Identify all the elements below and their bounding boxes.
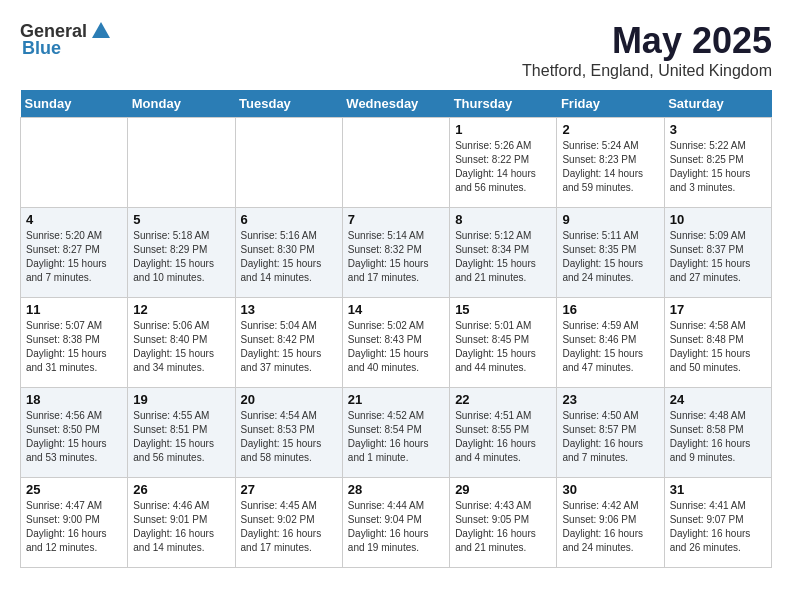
day-number: 28 xyxy=(348,482,444,497)
day-cell: 21Sunrise: 4:52 AM Sunset: 8:54 PM Dayli… xyxy=(342,388,449,478)
day-cell: 22Sunrise: 4:51 AM Sunset: 8:55 PM Dayli… xyxy=(450,388,557,478)
header-day-monday: Monday xyxy=(128,90,235,118)
day-number: 8 xyxy=(455,212,551,227)
day-number: 29 xyxy=(455,482,551,497)
day-cell: 15Sunrise: 5:01 AM Sunset: 8:45 PM Dayli… xyxy=(450,298,557,388)
day-content: Sunrise: 4:48 AM Sunset: 8:58 PM Dayligh… xyxy=(670,409,766,465)
day-cell: 18Sunrise: 4:56 AM Sunset: 8:50 PM Dayli… xyxy=(21,388,128,478)
day-cell xyxy=(342,118,449,208)
day-cell: 16Sunrise: 4:59 AM Sunset: 8:46 PM Dayli… xyxy=(557,298,664,388)
title-block: May 2025 Thetford, England, United Kingd… xyxy=(522,20,772,80)
day-cell: 4Sunrise: 5:20 AM Sunset: 8:27 PM Daylig… xyxy=(21,208,128,298)
day-number: 13 xyxy=(241,302,337,317)
logo-icon xyxy=(90,20,112,42)
day-number: 4 xyxy=(26,212,122,227)
day-content: Sunrise: 5:18 AM Sunset: 8:29 PM Dayligh… xyxy=(133,229,229,285)
svg-marker-0 xyxy=(92,22,110,38)
day-content: Sunrise: 4:59 AM Sunset: 8:46 PM Dayligh… xyxy=(562,319,658,375)
day-content: Sunrise: 4:56 AM Sunset: 8:50 PM Dayligh… xyxy=(26,409,122,465)
day-cell: 5Sunrise: 5:18 AM Sunset: 8:29 PM Daylig… xyxy=(128,208,235,298)
calendar-table: SundayMondayTuesdayWednesdayThursdayFrid… xyxy=(20,90,772,568)
day-cell: 2Sunrise: 5:24 AM Sunset: 8:23 PM Daylig… xyxy=(557,118,664,208)
day-content: Sunrise: 4:55 AM Sunset: 8:51 PM Dayligh… xyxy=(133,409,229,465)
day-number: 27 xyxy=(241,482,337,497)
day-content: Sunrise: 5:20 AM Sunset: 8:27 PM Dayligh… xyxy=(26,229,122,285)
day-content: Sunrise: 5:11 AM Sunset: 8:35 PM Dayligh… xyxy=(562,229,658,285)
day-cell: 11Sunrise: 5:07 AM Sunset: 8:38 PM Dayli… xyxy=(21,298,128,388)
day-cell: 9Sunrise: 5:11 AM Sunset: 8:35 PM Daylig… xyxy=(557,208,664,298)
day-content: Sunrise: 4:50 AM Sunset: 8:57 PM Dayligh… xyxy=(562,409,658,465)
day-cell: 31Sunrise: 4:41 AM Sunset: 9:07 PM Dayli… xyxy=(664,478,771,568)
day-cell: 3Sunrise: 5:22 AM Sunset: 8:25 PM Daylig… xyxy=(664,118,771,208)
day-number: 3 xyxy=(670,122,766,137)
day-content: Sunrise: 5:04 AM Sunset: 8:42 PM Dayligh… xyxy=(241,319,337,375)
day-cell: 26Sunrise: 4:46 AM Sunset: 9:01 PM Dayli… xyxy=(128,478,235,568)
day-number: 21 xyxy=(348,392,444,407)
day-cell: 19Sunrise: 4:55 AM Sunset: 8:51 PM Dayli… xyxy=(128,388,235,478)
day-content: Sunrise: 5:01 AM Sunset: 8:45 PM Dayligh… xyxy=(455,319,551,375)
day-cell: 7Sunrise: 5:14 AM Sunset: 8:32 PM Daylig… xyxy=(342,208,449,298)
day-content: Sunrise: 5:06 AM Sunset: 8:40 PM Dayligh… xyxy=(133,319,229,375)
week-row-4: 18Sunrise: 4:56 AM Sunset: 8:50 PM Dayli… xyxy=(21,388,772,478)
day-cell: 14Sunrise: 5:02 AM Sunset: 8:43 PM Dayli… xyxy=(342,298,449,388)
day-cell: 12Sunrise: 5:06 AM Sunset: 8:40 PM Dayli… xyxy=(128,298,235,388)
day-number: 23 xyxy=(562,392,658,407)
header-day-thursday: Thursday xyxy=(450,90,557,118)
day-cell: 8Sunrise: 5:12 AM Sunset: 8:34 PM Daylig… xyxy=(450,208,557,298)
page-header: General Blue May 2025 Thetford, England,… xyxy=(20,20,772,80)
day-content: Sunrise: 5:02 AM Sunset: 8:43 PM Dayligh… xyxy=(348,319,444,375)
day-cell: 28Sunrise: 4:44 AM Sunset: 9:04 PM Dayli… xyxy=(342,478,449,568)
header-day-wednesday: Wednesday xyxy=(342,90,449,118)
day-content: Sunrise: 5:24 AM Sunset: 8:23 PM Dayligh… xyxy=(562,139,658,195)
day-content: Sunrise: 4:43 AM Sunset: 9:05 PM Dayligh… xyxy=(455,499,551,555)
day-cell xyxy=(128,118,235,208)
day-content: Sunrise: 4:44 AM Sunset: 9:04 PM Dayligh… xyxy=(348,499,444,555)
day-cell: 24Sunrise: 4:48 AM Sunset: 8:58 PM Dayli… xyxy=(664,388,771,478)
day-cell: 29Sunrise: 4:43 AM Sunset: 9:05 PM Dayli… xyxy=(450,478,557,568)
day-number: 2 xyxy=(562,122,658,137)
day-number: 30 xyxy=(562,482,658,497)
day-content: Sunrise: 4:42 AM Sunset: 9:06 PM Dayligh… xyxy=(562,499,658,555)
day-content: Sunrise: 5:14 AM Sunset: 8:32 PM Dayligh… xyxy=(348,229,444,285)
header-row: SundayMondayTuesdayWednesdayThursdayFrid… xyxy=(21,90,772,118)
day-content: Sunrise: 4:41 AM Sunset: 9:07 PM Dayligh… xyxy=(670,499,766,555)
day-number: 7 xyxy=(348,212,444,227)
day-cell xyxy=(235,118,342,208)
day-content: Sunrise: 4:51 AM Sunset: 8:55 PM Dayligh… xyxy=(455,409,551,465)
day-number: 24 xyxy=(670,392,766,407)
logo-blue-text: Blue xyxy=(22,38,61,59)
day-cell: 6Sunrise: 5:16 AM Sunset: 8:30 PM Daylig… xyxy=(235,208,342,298)
day-number: 9 xyxy=(562,212,658,227)
header-day-tuesday: Tuesday xyxy=(235,90,342,118)
day-number: 16 xyxy=(562,302,658,317)
header-day-sunday: Sunday xyxy=(21,90,128,118)
day-cell: 10Sunrise: 5:09 AM Sunset: 8:37 PM Dayli… xyxy=(664,208,771,298)
day-cell: 13Sunrise: 5:04 AM Sunset: 8:42 PM Dayli… xyxy=(235,298,342,388)
day-content: Sunrise: 4:58 AM Sunset: 8:48 PM Dayligh… xyxy=(670,319,766,375)
day-number: 14 xyxy=(348,302,444,317)
day-content: Sunrise: 4:45 AM Sunset: 9:02 PM Dayligh… xyxy=(241,499,337,555)
header-day-friday: Friday xyxy=(557,90,664,118)
day-number: 20 xyxy=(241,392,337,407)
day-content: Sunrise: 5:26 AM Sunset: 8:22 PM Dayligh… xyxy=(455,139,551,195)
day-content: Sunrise: 5:09 AM Sunset: 8:37 PM Dayligh… xyxy=(670,229,766,285)
day-number: 1 xyxy=(455,122,551,137)
day-content: Sunrise: 5:12 AM Sunset: 8:34 PM Dayligh… xyxy=(455,229,551,285)
location-text: Thetford, England, United Kingdom xyxy=(522,62,772,80)
day-content: Sunrise: 5:22 AM Sunset: 8:25 PM Dayligh… xyxy=(670,139,766,195)
day-number: 17 xyxy=(670,302,766,317)
day-number: 22 xyxy=(455,392,551,407)
week-row-2: 4Sunrise: 5:20 AM Sunset: 8:27 PM Daylig… xyxy=(21,208,772,298)
day-number: 19 xyxy=(133,392,229,407)
day-content: Sunrise: 4:46 AM Sunset: 9:01 PM Dayligh… xyxy=(133,499,229,555)
day-cell: 30Sunrise: 4:42 AM Sunset: 9:06 PM Dayli… xyxy=(557,478,664,568)
day-content: Sunrise: 5:16 AM Sunset: 8:30 PM Dayligh… xyxy=(241,229,337,285)
day-cell: 17Sunrise: 4:58 AM Sunset: 8:48 PM Dayli… xyxy=(664,298,771,388)
day-content: Sunrise: 5:07 AM Sunset: 8:38 PM Dayligh… xyxy=(26,319,122,375)
day-number: 12 xyxy=(133,302,229,317)
week-row-1: 1Sunrise: 5:26 AM Sunset: 8:22 PM Daylig… xyxy=(21,118,772,208)
day-number: 10 xyxy=(670,212,766,227)
day-cell: 27Sunrise: 4:45 AM Sunset: 9:02 PM Dayli… xyxy=(235,478,342,568)
logo: General Blue xyxy=(20,20,113,59)
day-content: Sunrise: 4:47 AM Sunset: 9:00 PM Dayligh… xyxy=(26,499,122,555)
